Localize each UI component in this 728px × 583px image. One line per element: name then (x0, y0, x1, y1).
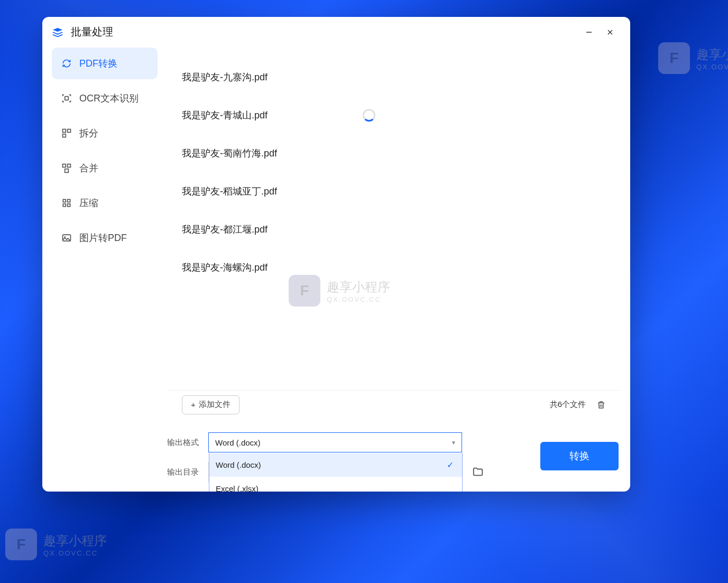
sidebar-item-label: 拆分 (79, 127, 98, 140)
file-name: 我是驴友-蜀南竹海.pdf (182, 147, 277, 160)
sidebar-item-label: PDF转换 (79, 57, 117, 70)
svg-rect-5 (68, 129, 71, 133)
image-icon (61, 233, 72, 243)
trash-icon[interactable] (596, 400, 606, 410)
ocr-icon (61, 93, 72, 104)
loading-spinner-icon (363, 109, 375, 122)
sidebar-item-pdf-convert[interactable]: PDF转换 (52, 48, 158, 79)
file-name: 我是驴友-都江堰.pdf (182, 223, 268, 236)
sidebar-item-label: 图片转PDF (79, 232, 127, 244)
sidebar-item-merge[interactable]: 合并 (52, 152, 158, 184)
format-dropdown: Word (.docx) Excel (.xlsx) PPT (.pptx) 纯… (209, 453, 463, 492)
merge-icon (61, 163, 72, 173)
file-name: 我是驴友-青城山.pdf (182, 109, 268, 122)
file-list-footer: + 添加文件 共6个文件 (167, 390, 621, 419)
format-option[interactable]: Excel (.xlsx) (209, 477, 462, 492)
sidebar-item-label: 压缩 (79, 197, 98, 209)
file-row[interactable]: 我是驴友-海螺沟.pdf (182, 248, 606, 286)
svg-rect-10 (63, 199, 66, 202)
file-name: 我是驴友-九寨沟.pdf (182, 71, 268, 84)
browse-folder-button[interactable] (471, 465, 485, 479)
output-dir-label: 输出目录 (167, 467, 200, 477)
sidebar-item-split[interactable]: 拆分 (52, 117, 158, 149)
file-panel: 我是驴友-九寨沟.pdf 我是驴友-青城山.pdf 我是驴友-蜀南竹海.pdf … (167, 48, 621, 419)
format-option[interactable]: Word (.docx) (209, 453, 462, 477)
file-list: 我是驴友-九寨沟.pdf 我是驴友-青城山.pdf 我是驴友-蜀南竹海.pdf … (167, 48, 621, 390)
file-row[interactable]: 我是驴友-青城山.pdf (182, 96, 606, 134)
sidebar-item-image-to-pdf[interactable]: 图片转PDF (52, 222, 158, 254)
caret-down-icon: ▼ (451, 440, 456, 446)
svg-rect-9 (65, 169, 69, 173)
svg-rect-11 (68, 199, 70, 202)
compress-icon (61, 198, 72, 208)
file-row[interactable]: 我是驴友-九寨沟.pdf (182, 58, 606, 96)
svg-rect-6 (63, 134, 66, 137)
split-icon (61, 128, 72, 138)
sidebar-item-label: 合并 (79, 162, 98, 174)
file-name: 我是驴友-稻城亚丁.pdf (182, 185, 277, 198)
sidebar: PDF转换 OCR文本识别 拆分 合并 (52, 48, 158, 482)
add-file-button[interactable]: + 添加文件 (182, 395, 239, 414)
file-row[interactable]: 我是驴友-稻城亚丁.pdf (182, 172, 606, 210)
sidebar-item-ocr[interactable]: OCR文本识别 (52, 82, 158, 114)
file-count: 共6个文件 (550, 400, 586, 410)
svg-rect-13 (68, 204, 70, 207)
sidebar-item-label: OCR文本识别 (79, 92, 139, 105)
file-name: 我是驴友-海螺沟.pdf (182, 261, 268, 274)
sidebar-item-compress[interactable]: 压缩 (52, 187, 158, 219)
format-label: 输出格式 (167, 438, 200, 448)
plus-icon: + (191, 400, 196, 409)
add-file-label: 添加文件 (199, 400, 231, 410)
convert-button[interactable]: 转换 (540, 442, 619, 470)
svg-rect-8 (68, 164, 71, 168)
app-window: 批量处理 PDF转换 OCR文本识别 (42, 17, 630, 492)
file-row[interactable]: 我是驴友-蜀南竹海.pdf (182, 134, 606, 172)
svg-rect-3 (65, 97, 69, 100)
app-icon (52, 26, 63, 38)
main-panel: 我是驴友-九寨沟.pdf 我是驴友-青城山.pdf 我是驴友-蜀南竹海.pdf … (167, 48, 621, 482)
close-button[interactable] (600, 22, 621, 43)
window-title: 批量处理 (71, 25, 113, 39)
svg-rect-4 (63, 129, 66, 133)
format-select[interactable]: Word (.docx) ▼ Word (.docx) Excel (.xlsx… (208, 432, 462, 452)
output-settings: 输出格式 Word (.docx) ▼ Word (.docx) Excel (… (167, 432, 621, 482)
titlebar: 批量处理 (42, 17, 630, 48)
svg-rect-7 (63, 164, 66, 168)
minimize-button[interactable] (578, 22, 600, 43)
format-selected-value: Word (.docx) (215, 438, 261, 447)
svg-rect-12 (63, 204, 66, 207)
file-row[interactable]: 我是驴友-都江堰.pdf (182, 210, 606, 248)
refresh-icon (61, 58, 72, 69)
